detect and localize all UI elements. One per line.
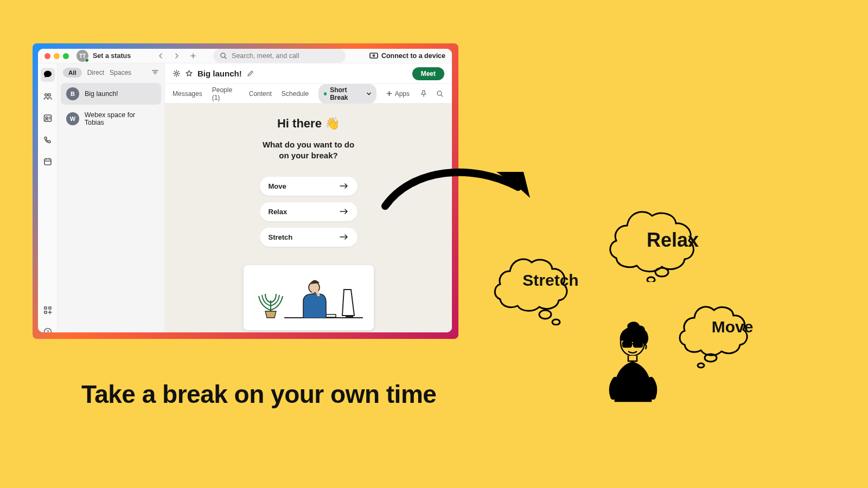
close-icon[interactable] <box>44 53 50 59</box>
new-button[interactable] <box>187 50 199 62</box>
window-controls[interactable] <box>44 53 69 59</box>
svg-point-24 <box>698 363 704 368</box>
svg-point-13 <box>176 73 178 75</box>
spaces-list: All Direct Spaces B Big launch! W Webex … <box>58 63 165 332</box>
rail-contacts[interactable] <box>41 111 55 125</box>
space-item-big-launch[interactable]: B Big launch! <box>61 83 161 105</box>
connect-device-button[interactable]: Connect to a device <box>369 52 445 60</box>
arrow-right-icon <box>339 234 349 240</box>
chevron-left-icon <box>157 53 164 59</box>
svg-rect-16 <box>346 316 353 318</box>
space-name: Big launch! <box>85 90 118 98</box>
space-avatar: B <box>66 87 79 100</box>
help-icon: ? <box>43 328 52 333</box>
svg-rect-10 <box>44 311 47 313</box>
people-icon <box>43 92 53 101</box>
question-text: What do you want to do on your break? <box>263 139 354 162</box>
tab-messages[interactable]: Messages <box>173 90 202 98</box>
svg-rect-1 <box>370 53 378 58</box>
svg-text:?: ? <box>46 329 49 333</box>
search-in-space-icon[interactable] <box>436 89 444 98</box>
contact-card-icon <box>43 113 53 123</box>
pin-icon[interactable] <box>419 89 428 98</box>
tab-content[interactable]: Content <box>249 90 272 98</box>
status-text[interactable]: Set a status <box>93 52 131 60</box>
meet-label: Meet <box>421 70 436 78</box>
device-icon <box>369 53 378 59</box>
star-icon[interactable] <box>185 69 193 78</box>
nav-forward-button[interactable] <box>171 50 183 62</box>
bubble-label: Stretch <box>522 271 578 289</box>
space-title: Big launch! <box>197 69 242 78</box>
rail-messaging[interactable] <box>41 68 55 82</box>
plus-icon <box>190 53 196 59</box>
gear-icon[interactable] <box>173 69 181 78</box>
search-icon <box>220 52 227 60</box>
active-app-label: Short Break <box>330 86 363 101</box>
add-app-button[interactable]: Apps <box>386 90 410 98</box>
option-label: Stretch <box>269 233 293 241</box>
app-status-dot-icon <box>324 92 327 95</box>
search-input[interactable]: Search, meet, and call <box>213 49 346 63</box>
list-filter-tabs: All Direct Spaces <box>58 63 164 82</box>
tab-short-break-app[interactable]: Short Break <box>318 84 376 104</box>
svg-point-4 <box>48 94 50 97</box>
rail-help[interactable]: ? <box>41 325 55 333</box>
nav-back-button[interactable] <box>155 50 167 62</box>
option-label: Move <box>269 182 286 190</box>
svg-point-2 <box>373 55 374 56</box>
promo-tagline: Take a break on your own time <box>81 380 436 409</box>
plus-icon <box>386 91 392 97</box>
arrow-right-icon <box>339 208 349 215</box>
greeting-text: Hi there 👋 <box>277 117 340 131</box>
svg-point-22 <box>647 277 655 282</box>
space-avatar: W <box>66 112 79 125</box>
chat-icon <box>43 70 53 80</box>
avatar-initials: TT <box>79 53 86 59</box>
space-name: Webex space for Tobias <box>85 111 156 126</box>
svg-point-19 <box>539 310 551 319</box>
option-relax[interactable]: Relax <box>260 202 358 221</box>
apps-label: Apps <box>395 90 410 98</box>
calendar-icon <box>43 157 53 166</box>
maximize-icon[interactable] <box>63 53 69 59</box>
thinking-person-illustration-icon <box>597 320 673 428</box>
meet-button[interactable]: Meet <box>412 67 444 80</box>
rail-calling[interactable] <box>41 133 55 147</box>
edit-icon[interactable] <box>246 70 254 78</box>
presence-dot-icon <box>85 58 89 62</box>
window-topbar: TT Set a status Search, meet, and ca <box>38 49 452 63</box>
tab-people[interactable]: People (1) <box>212 86 239 101</box>
search-placeholder: Search, meet, and call <box>232 52 299 60</box>
tab-schedule[interactable]: Schedule <box>282 90 309 98</box>
filter-direct[interactable]: Direct <box>87 69 104 76</box>
bubble-label: Move <box>712 318 754 336</box>
option-stretch[interactable]: Stretch <box>260 228 358 247</box>
filter-spaces[interactable]: Spaces <box>110 69 131 76</box>
avatar[interactable]: TT <box>76 50 88 62</box>
arrow-right-icon <box>339 183 349 189</box>
svg-rect-9 <box>49 307 51 309</box>
thought-bubble-move: Move <box>678 287 787 369</box>
rail-apps[interactable] <box>41 303 55 317</box>
svg-point-6 <box>46 117 48 119</box>
apps-grid-icon <box>43 306 52 314</box>
thought-bubble-relax: Relax <box>608 190 738 282</box>
svg-rect-7 <box>44 159 51 165</box>
rail-meetings[interactable] <box>41 155 55 169</box>
connect-device-label: Connect to a device <box>381 52 445 60</box>
svg-point-20 <box>552 319 560 325</box>
filter-button[interactable] <box>151 68 159 78</box>
nav-rail: ? <box>38 63 58 332</box>
thought-bubble-stretch: Stretch <box>494 233 608 325</box>
filter-icon <box>151 68 159 76</box>
phone-icon <box>43 135 53 145</box>
minimize-icon[interactable] <box>54 53 60 59</box>
bubble-label: Relax <box>647 229 699 251</box>
filter-all[interactable]: All <box>63 68 82 78</box>
chevron-down-icon <box>366 91 371 97</box>
option-move[interactable]: Move <box>260 177 358 196</box>
space-item-webex-space[interactable]: W Webex space for Tobias <box>61 107 161 131</box>
rail-teams[interactable] <box>41 89 55 104</box>
svg-rect-27 <box>634 342 642 347</box>
